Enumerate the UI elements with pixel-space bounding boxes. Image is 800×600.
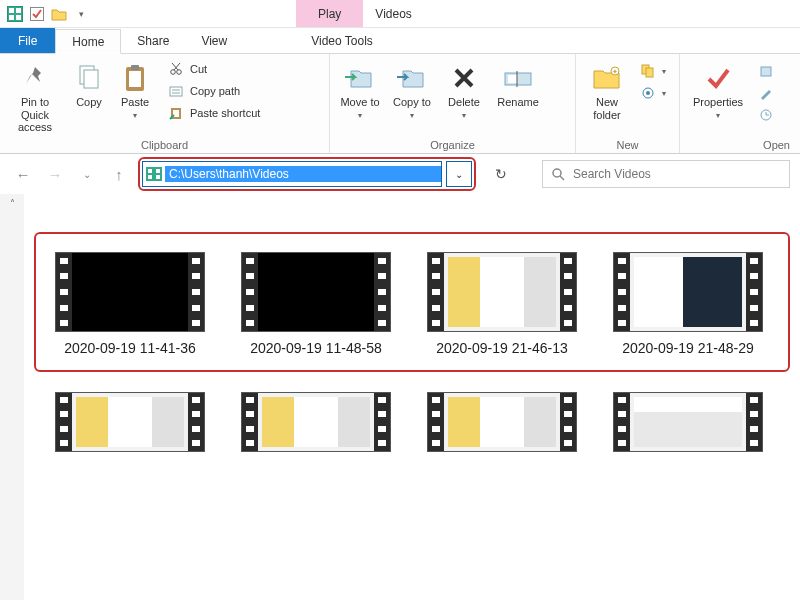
pin-to-quick-access-button[interactable]: Pin to Quick access	[6, 58, 64, 134]
properties-icon	[702, 62, 734, 94]
svg-rect-3	[9, 15, 14, 20]
search-box[interactable]	[542, 160, 790, 188]
history-button[interactable]	[754, 104, 778, 126]
group-label-organize: Organize	[336, 137, 569, 151]
rename-icon	[502, 62, 534, 94]
group-open: Properties ▾ Open	[680, 54, 800, 153]
group-clipboard: Pin to Quick access Copy Paste ▾	[0, 54, 330, 153]
tab-view[interactable]: View	[185, 28, 243, 53]
video-thumbnail	[55, 252, 205, 332]
video-filename: 2020-09-19 11-41-36	[64, 340, 196, 358]
search-icon	[551, 167, 565, 181]
open-button[interactable]	[754, 60, 778, 82]
app-icon	[6, 5, 24, 23]
svg-rect-27	[761, 67, 771, 76]
navigation-bar: ← → ⌄ ↑ C:\Users\thanh\Videos ⌄ ↻	[0, 154, 800, 194]
scroll-up-icon[interactable]: ˄	[10, 198, 15, 209]
group-label-clipboard: Clipboard	[6, 137, 323, 151]
video-thumbnail	[55, 392, 205, 452]
paste-shortcut-button[interactable]: Paste shortcut	[164, 102, 264, 124]
video-item[interactable]	[236, 392, 396, 452]
video-item[interactable]	[422, 392, 582, 452]
delete-icon	[448, 62, 480, 94]
pin-icon	[19, 62, 51, 94]
rename-label: Rename	[497, 96, 539, 109]
rename-button[interactable]: Rename	[492, 58, 544, 109]
back-button[interactable]: ←	[10, 161, 36, 187]
folder-icon[interactable]	[50, 5, 68, 23]
checkbox-icon[interactable]	[28, 5, 46, 23]
video-item[interactable]	[50, 392, 210, 452]
move-to-button[interactable]: Move to ▾	[336, 58, 384, 120]
edit-icon	[758, 85, 774, 101]
forward-button[interactable]: →	[42, 161, 68, 187]
tab-file[interactable]: File	[0, 28, 55, 53]
paste-icon	[119, 62, 151, 94]
cut-button[interactable]: Cut	[164, 58, 264, 80]
svg-rect-9	[129, 71, 141, 87]
chevron-down-icon: ▾	[410, 111, 414, 120]
svg-rect-4	[16, 15, 21, 20]
copy-button[interactable]: Copy	[68, 58, 110, 109]
file-pane[interactable]: 2020-09-19 11-41-36 2020-09-19 11-48-58 …	[24, 194, 800, 600]
svg-rect-13	[170, 87, 182, 96]
scroll-gutter[interactable]: ˄	[0, 194, 24, 600]
easy-access-icon	[640, 85, 656, 101]
address-dropdown-button[interactable]: ⌄	[446, 161, 472, 187]
video-thumbnail	[241, 392, 391, 452]
new-item-button[interactable]: ▾	[636, 60, 670, 82]
video-item[interactable]: 2020-09-19 21-48-29	[608, 252, 768, 358]
tab-home[interactable]: Home	[55, 29, 121, 54]
svg-rect-33	[156, 175, 160, 179]
video-item[interactable]	[608, 392, 768, 452]
chevron-down-icon: ⌄	[455, 169, 463, 180]
window-title: Videos	[363, 7, 423, 21]
svg-rect-1	[9, 8, 14, 13]
paste-label: Paste	[121, 96, 149, 109]
qat-dropdown-icon[interactable]: ▾	[72, 5, 90, 23]
copy-to-icon	[396, 62, 428, 94]
svg-rect-7	[84, 70, 98, 88]
up-button[interactable]: ↑	[106, 161, 132, 187]
copy-to-button[interactable]: Copy to ▾	[388, 58, 436, 120]
move-to-label: Move to	[340, 96, 379, 109]
svg-rect-24	[646, 68, 653, 77]
paste-shortcut-label: Paste shortcut	[190, 107, 260, 119]
refresh-button[interactable]: ↻	[488, 161, 514, 187]
tab-share[interactable]: Share	[121, 28, 185, 53]
chevron-down-icon: ▾	[133, 111, 137, 120]
chevron-down-icon: ▾	[462, 111, 466, 120]
svg-rect-32	[148, 175, 152, 179]
search-input[interactable]	[573, 167, 781, 181]
svg-point-12	[177, 70, 182, 75]
highlighted-row: 2020-09-19 11-41-36 2020-09-19 11-48-58 …	[34, 232, 790, 372]
contextual-tab-play[interactable]: Play	[296, 0, 363, 27]
paste-button[interactable]: Paste ▾	[114, 58, 156, 120]
properties-button[interactable]: Properties ▾	[686, 58, 750, 120]
recent-locations-button[interactable]: ⌄	[74, 161, 100, 187]
svg-rect-31	[156, 169, 160, 173]
tab-video-tools[interactable]: Video Tools	[295, 28, 389, 53]
address-path[interactable]: C:\Users\thanh\Videos	[165, 166, 441, 182]
delete-button[interactable]: Delete ▾	[440, 58, 488, 120]
quick-access-toolbar: ▾	[0, 5, 96, 23]
title-bar: ▾ Play Videos	[0, 0, 800, 28]
copy-path-button[interactable]: Copy path	[164, 80, 264, 102]
video-item[interactable]: 2020-09-19 21-46-13	[422, 252, 582, 358]
new-item-icon	[640, 63, 656, 79]
svg-rect-2	[16, 8, 21, 13]
edit-button[interactable]	[754, 82, 778, 104]
video-filename: 2020-09-19 21-46-13	[436, 340, 568, 358]
svg-point-34	[553, 169, 561, 177]
easy-access-button[interactable]: ▾	[636, 82, 670, 104]
chevron-down-icon: ▾	[716, 111, 720, 120]
copy-label: Copy	[76, 96, 102, 109]
video-item[interactable]: 2020-09-19 11-41-36	[50, 252, 210, 358]
chevron-down-icon: ▾	[358, 111, 362, 120]
new-folder-button[interactable]: ✦ New folder	[582, 58, 632, 121]
video-item[interactable]: 2020-09-19 11-48-58	[236, 252, 396, 358]
new-folder-label: New folder	[582, 96, 632, 121]
pin-label: Pin to Quick access	[6, 96, 64, 134]
cut-label: Cut	[190, 63, 207, 75]
address-bar[interactable]: C:\Users\thanh\Videos	[142, 161, 442, 187]
